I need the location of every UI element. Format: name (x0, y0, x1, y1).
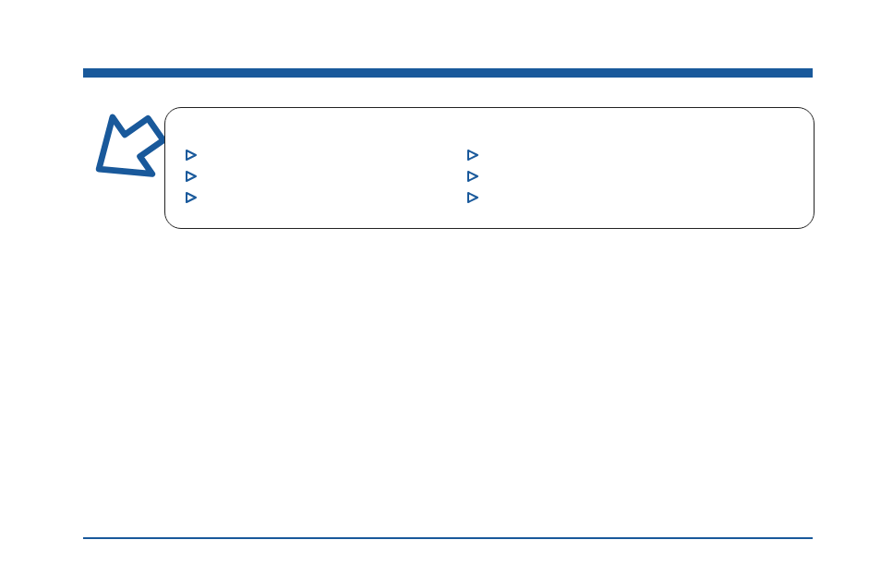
bullet-icon (466, 170, 479, 183)
bullet-column-left (185, 149, 198, 212)
bullet-icon (185, 170, 198, 183)
bullet-column-right (466, 149, 479, 212)
bullet-icon (185, 149, 198, 162)
callout-panel (164, 107, 815, 229)
footer-rule (83, 537, 813, 539)
bullet-icon (466, 149, 479, 162)
bullet-icon (466, 191, 479, 204)
callout-arrow-icon (81, 107, 170, 196)
bullet-icon (185, 191, 198, 204)
header-rule (83, 68, 813, 78)
